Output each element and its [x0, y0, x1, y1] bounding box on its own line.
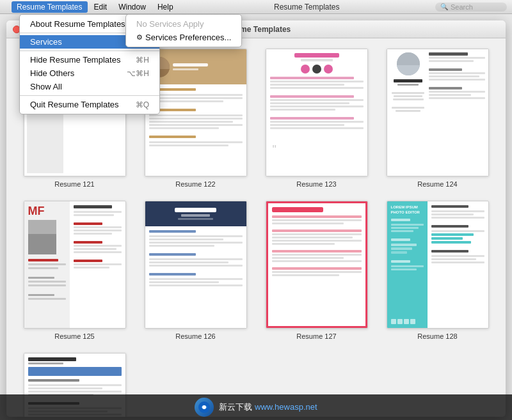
template-thumb-126[interactable] — [145, 201, 247, 329]
search-icon: 🔍 — [440, 3, 448, 10]
window-menu-item[interactable]: Window — [113, 1, 151, 13]
quit-shortcut: ⌘Q — [136, 100, 149, 109]
hide-shortcut: ⌘H — [136, 56, 149, 65]
hide-others-shortcut: ⌥⌘H — [127, 69, 149, 78]
template-label-123: Resume 123 — [296, 180, 336, 188]
template-thumb-124[interactable] — [387, 49, 489, 176]
menu-separator — [20, 51, 159, 51]
template-item[interactable]: LOREM IPSUMPHOTO EDITOR — [382, 201, 493, 340]
template-thumb-125[interactable]: MF — [24, 201, 126, 329]
template-label-126: Resume 126 — [175, 332, 215, 340]
help-menu-item[interactable]: Help — [152, 1, 179, 13]
search-box[interactable]: 🔍 Search — [435, 3, 507, 12]
template-label-128: Resume 128 — [417, 332, 457, 340]
template-label-122: Resume 122 — [175, 180, 215, 188]
quit-label: Quit Resume Templates — [30, 100, 119, 109]
watermark: 新云下载 www.hewasp.net — [0, 394, 512, 420]
template-label-127: Resume 127 — [296, 332, 336, 340]
template-item[interactable]: MF — [19, 201, 130, 340]
services-submenu[interactable]: No Services Apply ⚙ Services Preferences… — [125, 14, 242, 47]
template-item[interactable]: Resume 127 — [261, 201, 372, 340]
no-services-label: No Services Apply — [136, 19, 204, 29]
menubar-left: Resume Templates Edit Window Help — [5, 1, 179, 13]
watermark-url: www.hewasp.net — [255, 402, 317, 412]
menubar-right: 🔍 Search — [435, 3, 507, 12]
menu-separator — [20, 95, 159, 96]
template-item[interactable]: Resume 126 — [140, 201, 251, 340]
template-thumb-128[interactable]: LOREM IPSUMPHOTO EDITOR — [387, 201, 489, 329]
template-label-121: Resume 121 — [54, 180, 94, 188]
watermark-logo — [195, 398, 214, 417]
quit-menu-item[interactable]: Quit Resume Templates ⌘Q — [20, 98, 159, 111]
services-preferences-label: Services Preferences... — [145, 33, 231, 42]
template-label-125: Resume 125 — [54, 332, 94, 340]
gear-icon: ⚙ — [136, 33, 143, 42]
menubar: Resume Templates Edit Window Help Resume… — [0, 0, 512, 14]
template-item[interactable]: " Resume 123 — [261, 49, 372, 188]
svg-point-1 — [202, 405, 206, 409]
hide-label: Hide Resume Templates — [30, 55, 120, 65]
template-thumb-123[interactable]: " — [266, 49, 368, 176]
hide-others-menu-item[interactable]: Hide Others ⌥⌘H — [20, 66, 159, 80]
hide-others-label: Hide Others — [30, 68, 74, 78]
edit-menu-item[interactable]: Edit — [89, 1, 113, 13]
menubar-title: Resume Templates — [179, 3, 435, 12]
app-menu-item[interactable]: Resume Templates — [12, 1, 88, 13]
services-label: Services — [30, 37, 62, 47]
hide-menu-item[interactable]: Hide Resume Templates ⌘H — [20, 53, 159, 66]
search-placeholder: Search — [451, 3, 502, 11]
template-item[interactable]: Resume 124 — [382, 49, 493, 188]
show-all-menu-item[interactable]: Show All — [20, 80, 159, 93]
watermark-text: 新云下载 www.hewasp.net — [219, 401, 317, 413]
services-preferences-item[interactable]: ⚙ Services Preferences... — [126, 31, 241, 44]
no-services-item: No Services Apply — [126, 17, 241, 31]
template-label-124: Resume 124 — [417, 180, 457, 188]
template-thumb-127[interactable] — [266, 201, 368, 329]
